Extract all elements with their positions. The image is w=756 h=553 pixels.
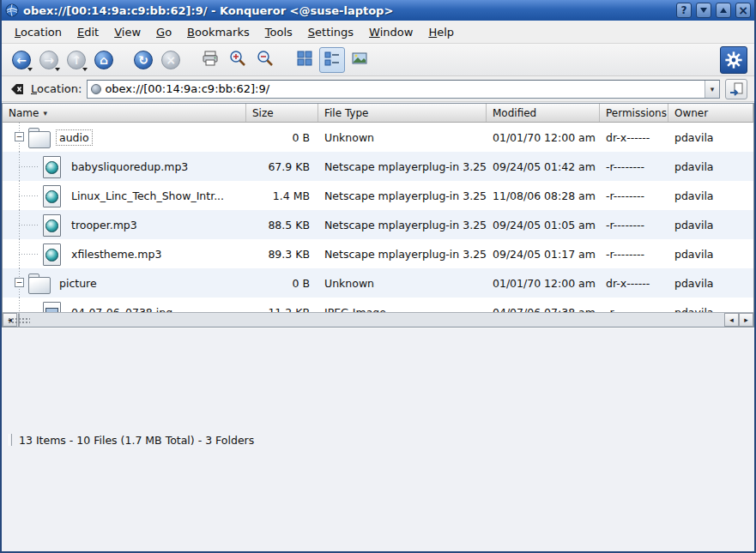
size-cell: 89.3 KB: [246, 239, 318, 268]
location-input[interactable]: [105, 81, 705, 97]
owner-cell: pdavila: [668, 210, 753, 239]
table-row[interactable]: − picture 0 B Unknown 01/01/70 12:00 am …: [3, 268, 753, 298]
scroll-left-button-2[interactable]: ◂: [724, 313, 739, 327]
file-icon[interactable]: [40, 213, 63, 237]
minimize-button[interactable]: [696, 3, 711, 18]
file-icon[interactable]: [40, 183, 63, 207]
back-dropdown-icon: [27, 68, 33, 71]
maximize-button[interactable]: [716, 3, 731, 18]
menu-view[interactable]: View: [106, 23, 148, 41]
statusbar-grip: [9, 434, 12, 446]
zoom-out-icon: [256, 49, 275, 70]
file-icon[interactable]: [28, 271, 51, 295]
column-header-owner[interactable]: Owner: [668, 104, 753, 122]
menu-edit[interactable]: Edit: [70, 23, 106, 41]
menu-bookmarks[interactable]: Bookmarks: [179, 23, 257, 41]
owner-cell: pdavila: [668, 239, 753, 268]
column-header-modified[interactable]: Modified: [487, 104, 600, 122]
modified-cell: 09/24/05 01:05 am: [487, 210, 600, 239]
forward-icon: →: [39, 51, 58, 69]
table-row[interactable]: trooper.mp3 88.5 KB Netscape mplayerplug…: [3, 210, 753, 239]
close-button[interactable]: ×: [735, 3, 751, 18]
minimize-icon: [700, 8, 707, 13]
table-row[interactable]: − audio 0 B Unknown 01/01/70 12:00 am dr…: [3, 123, 753, 152]
menu-help[interactable]: Help: [420, 23, 462, 41]
file-icon[interactable]: [28, 125, 51, 149]
name-cell: Linux_Linc_Tech_Show_Intr...: [3, 181, 246, 210]
scrollbar-track[interactable]: [17, 313, 724, 327]
modified-cell: 09/24/05 01:42 am: [487, 152, 600, 181]
table-row[interactable]: Linux_Linc_Tech_Show_Intr... 1.4 MB Nets…: [3, 181, 753, 210]
owner-cell: pdavila: [668, 268, 753, 298]
file-name[interactable]: Linux_Linc_Tech_Show_Intr...: [69, 189, 227, 203]
column-header-size[interactable]: Size: [246, 104, 318, 122]
file-name[interactable]: babysliquoredup.mp3: [69, 159, 191, 174]
icon-view-button[interactable]: [292, 47, 318, 73]
zoom-out-button[interactable]: [252, 47, 278, 73]
zoom-in-icon: [228, 49, 247, 70]
image-view-button[interactable]: [347, 47, 372, 73]
menu-settings[interactable]: Settings: [300, 23, 361, 41]
file-name[interactable]: xfilestheme.mp3: [69, 247, 164, 261]
up-button[interactable]: ↑: [64, 47, 89, 73]
file-list: − audio 0 B Unknown 01/01/70 12:00 am dr…: [3, 123, 753, 312]
column-header-filetype[interactable]: File Type: [318, 104, 487, 122]
home-icon: ⌂: [94, 51, 113, 69]
owner-cell: pdavila: [668, 123, 753, 152]
column-header-permissions[interactable]: Permissions: [600, 104, 668, 122]
file-name[interactable]: picture: [57, 276, 100, 291]
tree-expander[interactable]: −: [15, 278, 24, 287]
reload-button[interactable]: ↻: [130, 47, 156, 73]
size-cell: 11.2 KB: [246, 298, 318, 312]
owner-cell: pdavila: [668, 181, 753, 210]
file-icon[interactable]: [40, 154, 63, 178]
menu-tools[interactable]: Tools: [257, 23, 300, 41]
location-label: Location:: [31, 82, 82, 95]
horizontal-scrollbar[interactable]: ◂ ◂ ▸: [3, 312, 753, 327]
table-row[interactable]: babysliquoredup.mp3 67.9 KB Netscape mpl…: [3, 152, 753, 181]
main-toolbar: ← → ↑ ⌂ ↻ ×: [2, 44, 754, 76]
up-icon: ↑: [67, 51, 86, 69]
forward-dropdown-icon: [55, 68, 60, 71]
scrollbar-thumb[interactable]: [18, 313, 20, 328]
menu-bar: Location Edit View Go Bookmarks Tools Se…: [2, 21, 754, 44]
tree-expander[interactable]: −: [15, 132, 24, 141]
modified-cell: 09/24/05 01:17 am: [487, 239, 600, 268]
back-button[interactable]: ←: [9, 47, 34, 73]
maximize-icon: [720, 8, 727, 13]
column-header-name-label: Name: [9, 107, 39, 119]
name-cell: trooper.mp3: [3, 210, 246, 239]
file-name[interactable]: 04-07-06_0738.jpg: [69, 305, 175, 313]
file-icon[interactable]: [40, 242, 63, 266]
size-cell: 0 B: [246, 268, 318, 298]
status-bar: 13 Items - 10 Files (1.7 MB Total) - 3 F…: [2, 328, 754, 551]
file-name[interactable]: audio: [57, 130, 92, 145]
detail-view-button[interactable]: [319, 47, 345, 73]
kde-gear-logo[interactable]: [720, 46, 747, 74]
title-bar[interactable]: obex://[00:14:9a:c9:bb:62]:9/ - Konquero…: [2, 0, 754, 21]
scroll-right-button[interactable]: ▸: [739, 313, 753, 327]
forward-button[interactable]: →: [36, 47, 62, 73]
menu-go[interactable]: Go: [148, 23, 179, 41]
filetype-cell: Netscape mplayerplug-in 3.25: [318, 239, 487, 268]
print-button[interactable]: [197, 47, 223, 73]
name-cell: babysliquoredup.mp3: [3, 152, 246, 181]
tree-branch: [19, 225, 39, 225]
menu-location[interactable]: Location: [7, 23, 70, 41]
table-row[interactable]: 04-07-06_0738.jpg 11.2 KB JPEG Image 04/…: [3, 298, 753, 312]
menu-window[interactable]: Window: [361, 23, 420, 41]
help-button[interactable]: ?: [676, 3, 692, 18]
stop-button[interactable]: ×: [158, 47, 184, 73]
file-name[interactable]: trooper.mp3: [69, 218, 140, 232]
tree-branch: [19, 195, 39, 196]
home-button[interactable]: ⌂: [91, 47, 117, 73]
column-header-name[interactable]: Name ▾: [3, 104, 246, 122]
clear-location-button[interactable]: [9, 81, 26, 98]
zoom-in-button[interactable]: [225, 47, 251, 73]
location-dropdown-button[interactable]: ▾: [705, 81, 719, 98]
file-icon[interactable]: [40, 300, 63, 312]
table-row[interactable]: xfilestheme.mp3 89.3 KB Netscape mplayer…: [3, 239, 753, 268]
go-button[interactable]: [725, 79, 747, 99]
location-bar: Location: ▾: [2, 76, 754, 102]
detail-view-icon: [324, 50, 341, 69]
